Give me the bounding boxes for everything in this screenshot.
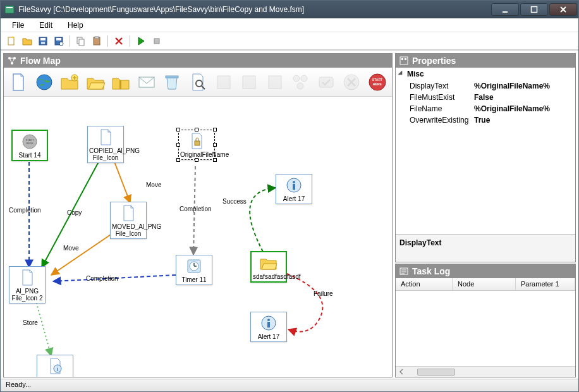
flow-disabled-6 [339, 70, 364, 95]
content-area: Flow Map STARTHERE [1, 50, 578, 379]
flow-zipfolder-button[interactable] [109, 70, 133, 95]
node-start[interactable]: STARTHERE Start 14 [11, 130, 48, 161]
column-node[interactable]: Node [453, 278, 516, 290]
svg-rect-50 [400, 57, 408, 64]
svg-rect-2 [503, 11, 508, 13]
stop-button[interactable] [150, 34, 164, 48]
file-lock-icon [186, 132, 207, 150]
flow-trash-button[interactable] [160, 70, 185, 95]
flow-map-header: Flow Map [4, 54, 392, 68]
edge-label-success: Success [222, 198, 247, 205]
svg-rect-25 [217, 76, 230, 89]
status-text: Ready... [6, 381, 31, 388]
menu-help[interactable]: Help [61, 20, 90, 31]
node-original-bottom[interactable]: i OriginalFileName [37, 355, 73, 377]
flow-file-button[interactable] [6, 70, 31, 95]
window-title: FileSavvy [C:\Development\Fungusware\App… [18, 5, 491, 14]
tasklog-hscroll[interactable] [396, 366, 575, 377]
flow-disabled-4 [288, 70, 313, 95]
node-original-selected[interactable]: OriginalFileName [178, 130, 215, 160]
edge-label-completion: Completion [86, 275, 118, 282]
svg-point-29 [301, 75, 307, 82]
copy-button[interactable] [74, 34, 88, 48]
flow-newfolder-button[interactable] [58, 70, 82, 95]
svg-rect-44 [293, 184, 295, 190]
node-label: sdafsadfasdfasdf [253, 273, 301, 280]
close-button[interactable] [549, 3, 577, 16]
title-bar[interactable]: FileSavvy [C:\Development\Fungusware\App… [1, 1, 578, 18]
property-value[interactable]: True [472, 115, 575, 125]
scrollbar-thumb[interactable] [417, 369, 455, 376]
flow-openfolder-button[interactable] [83, 70, 108, 95]
flow-map-panel: Flow Map STARTHERE [3, 53, 393, 377]
node-timer[interactable]: Timer 11 [176, 255, 212, 285]
toolbar-separator [70, 35, 70, 47]
svg-text:HERE: HERE [26, 142, 33, 145]
flow-canvas[interactable]: Completion Copy Move Move Completion Com… [4, 97, 392, 377]
menu-file[interactable]: File [6, 20, 30, 31]
property-value[interactable]: %OriginalFileName% [472, 104, 575, 114]
property-value[interactable]: %OriginalFileName% [472, 81, 575, 91]
flow-mail-button[interactable] [135, 70, 159, 95]
chevron-left-icon[interactable] [398, 369, 405, 375]
saveas-button[interactable] [52, 34, 66, 48]
properties-grid[interactable]: Misc DisplayText %OriginalFileName% File… [396, 68, 575, 234]
svg-rect-15 [154, 39, 159, 44]
edge-label-completion: Completion [180, 205, 212, 212]
property-category[interactable]: Misc [396, 68, 575, 80]
info-icon [284, 176, 304, 194]
property-name: DisplayText [396, 81, 472, 91]
tasklog-title: Task Log [412, 266, 450, 276]
property-row[interactable]: FileMustExist False [396, 92, 575, 103]
flow-icon [8, 56, 16, 65]
column-parameter1[interactable]: Parameter 1 [516, 278, 575, 290]
property-row[interactable]: FileName %OriginalFileName% [396, 103, 575, 114]
property-row[interactable]: DisplayText %OriginalFileName% [396, 80, 575, 92]
svg-point-19 [37, 75, 52, 90]
new-button[interactable] [4, 34, 18, 48]
svg-point-30 [297, 83, 303, 89]
svg-rect-6 [40, 38, 46, 40]
svg-point-46 [267, 319, 270, 321]
node-copied[interactable]: COPIED_Al_PNG File_Icon [87, 126, 124, 163]
node-label: MOVED_Al_PNG File_Icon [112, 223, 161, 237]
svg-rect-51 [401, 58, 403, 60]
node-alert-bottom[interactable]: Alert 17 [250, 312, 287, 342]
node-folder[interactable]: sdafsadfasdfasdf [250, 251, 287, 283]
flow-search-button[interactable] [186, 70, 210, 95]
save-button[interactable] [36, 34, 50, 48]
file-icon [95, 128, 116, 146]
svg-rect-9 [56, 38, 61, 40]
property-value[interactable]: False [472, 92, 575, 102]
edge-label-copy: Copy [67, 209, 82, 216]
minimize-button[interactable] [491, 3, 519, 16]
node-label: COPIED_Al_PNG File_Icon [89, 147, 140, 161]
tasklog-icon [399, 267, 408, 276]
flow-disabled-5 [314, 70, 338, 95]
node-alert-top[interactable]: Alert 17 [276, 174, 312, 204]
node-label: Start 14 [18, 152, 40, 159]
flow-starthere-button[interactable]: STARTHERE [365, 70, 389, 95]
run-button[interactable] [134, 34, 148, 48]
menu-edit[interactable]: Edit [33, 20, 59, 31]
tasklog-grid[interactable]: Action Node Parameter 1 [396, 278, 575, 377]
property-row[interactable]: OverwriteExisting True [396, 114, 575, 126]
maximize-button[interactable] [520, 3, 548, 16]
flow-disabled-1 [211, 70, 236, 95]
svg-rect-4 [8, 37, 14, 45]
folder-icon [259, 254, 279, 272]
node-ai[interactable]: Al_PNG File_Icon 2 [9, 266, 46, 303]
paste-button[interactable] [90, 34, 104, 48]
column-action[interactable]: Action [396, 278, 453, 290]
status-bar: Ready... [1, 379, 578, 391]
menu-bar: File Edit Help [1, 18, 578, 32]
svg-text:i: i [57, 366, 59, 372]
toolbar-separator [107, 35, 108, 47]
node-moved[interactable]: MOVED_Al_PNG File_Icon [110, 202, 147, 239]
open-button[interactable] [20, 34, 34, 48]
delete-button[interactable] [112, 34, 126, 48]
flow-globe-button[interactable] [32, 70, 57, 95]
svg-rect-12 [79, 39, 84, 46]
app-icon [4, 4, 15, 15]
tasklog-panel: Task Log Action Node Parameter 1 [395, 264, 576, 377]
